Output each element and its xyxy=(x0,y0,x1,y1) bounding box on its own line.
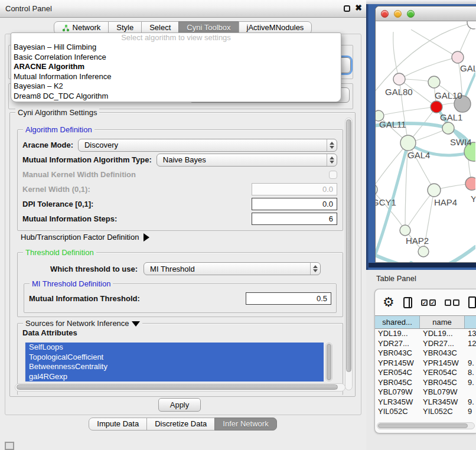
node-hap2[interactable] xyxy=(400,225,410,236)
table-row[interactable]: YER054CYER054C8. xyxy=(375,368,476,378)
mi-threshold-group: MI Threshold Definition Mutual Informati… xyxy=(24,283,337,313)
list-item-selfloops[interactable]: SelfLoops xyxy=(25,343,324,353)
network-graph: GAL GAL80 GAL10 GAL1 GAL11 SWI4 GAL4 GCY… xyxy=(376,21,475,263)
node-gal1-red[interactable] xyxy=(431,101,442,113)
sources-group-title: Sources for Network Inference xyxy=(23,319,142,328)
attributes-list-scrollbar[interactable] xyxy=(325,343,332,381)
settings-horizontal-scrollbar[interactable] xyxy=(15,383,345,392)
control-panel-title: Control Panel xyxy=(5,4,52,13)
cell xyxy=(465,387,476,397)
settings-scrollbar-thumb[interactable] xyxy=(346,119,351,372)
tab-discretize-data[interactable]: Discretize Data xyxy=(146,418,215,431)
tab-jactivemnodules-label: jActiveMNodules xyxy=(247,22,304,34)
settings-horizontal-scrollbar-thumb[interactable] xyxy=(17,384,338,390)
which-threshold-select[interactable]: MI Threshold xyxy=(144,262,321,275)
network-icon xyxy=(62,24,70,32)
control-panel-titlebar: Control Panel ✖ xyxy=(0,0,366,18)
stepper-icon xyxy=(327,154,337,166)
table-row[interactable]: YDL19...YDL19...13 xyxy=(375,329,476,339)
table-horizontal-scrollbar[interactable] xyxy=(377,422,475,429)
minimize-traffic-light-icon[interactable] xyxy=(394,10,402,18)
table-row[interactable]: YBR045CYBR045C9. xyxy=(375,378,476,388)
mi-steps-label: Mutual Information Steps: xyxy=(22,214,117,223)
node-swi4[interactable] xyxy=(442,122,454,134)
tab-discretize-data-label: Discretize Data xyxy=(155,418,207,430)
right-pane: GAL GAL80 GAL10 GAL1 GAL11 SWI4 GAL4 GCY… xyxy=(366,0,476,450)
close-icon[interactable]: ✖ xyxy=(355,3,362,12)
attributes-list-scrollbar-thumb[interactable] xyxy=(327,344,331,380)
aracne-mode-select[interactable]: Discovery xyxy=(78,139,337,152)
dropdown-item-bayesian-hill-climbing[interactable]: Bayesian – Hill Climbing xyxy=(11,43,341,53)
dropdown-item-bayesian-k2[interactable]: Bayesian – K2 xyxy=(11,81,341,92)
table-row[interactable]: YBR043CYBR043C xyxy=(375,348,476,358)
node-unlabeled-top[interactable] xyxy=(467,21,475,29)
node-gal-pink[interactable] xyxy=(452,51,464,63)
network-window-titlebar xyxy=(376,6,476,21)
cell: 12 xyxy=(465,339,476,349)
network-canvas[interactable]: GAL GAL80 GAL10 GAL1 GAL11 SWI4 GAL4 GCY… xyxy=(376,21,475,263)
sources-title-text: Sources for Network Inference xyxy=(25,319,129,328)
node-bottom[interactable] xyxy=(418,246,429,257)
zoom-traffic-light-icon[interactable] xyxy=(407,10,415,18)
split-columns-icon[interactable] xyxy=(403,297,412,308)
apply-button[interactable]: Apply xyxy=(158,398,201,412)
dropdown-item-basic-correlation[interactable]: Basic Correlation Inference xyxy=(11,53,341,63)
stepper-icon xyxy=(327,139,337,151)
collapse-down-icon[interactable] xyxy=(132,321,140,327)
panel-edge xyxy=(366,4,369,270)
tab-impute-data[interactable]: Impute Data xyxy=(89,418,147,431)
close-traffic-light-icon[interactable] xyxy=(381,10,389,18)
table-row[interactable]: YPR145WYPR145W9. xyxy=(375,358,476,369)
table-row[interactable]: YIL052CYIL052C9 xyxy=(375,407,476,417)
node-salmon[interactable] xyxy=(465,177,475,190)
column-header-clipped[interactable] xyxy=(465,316,476,328)
which-threshold-value: MI Threshold xyxy=(144,265,195,273)
cell: YER054C xyxy=(420,368,465,378)
list-item-gal4rgexp[interactable]: gal4RGexp xyxy=(25,372,324,382)
mi-type-select[interactable]: Naive Bayes xyxy=(157,154,337,167)
node-label-gal1: GAL1 xyxy=(440,112,462,122)
cell: YPR145W xyxy=(375,358,420,369)
mi-threshold-input[interactable] xyxy=(246,292,331,305)
dropdown-item-mutual-information[interactable]: Mutual Information Inference xyxy=(11,72,341,82)
data-attributes-list: SelfLoops TopologicalCoefficient Between… xyxy=(25,343,324,381)
list-item-topologicalcoefficient[interactable]: TopologicalCoefficient xyxy=(25,353,324,363)
node-hap4[interactable] xyxy=(428,184,441,197)
hide-columns-icon[interactable] xyxy=(445,299,459,306)
table-row[interactable]: YLR345WYLR345W9. xyxy=(375,397,476,407)
show-columns-icon[interactable]: ✓✓ xyxy=(421,299,436,306)
network-window: GAL GAL80 GAL10 GAL1 GAL11 SWI4 GAL4 GCY… xyxy=(375,6,476,263)
mi-steps-input[interactable] xyxy=(252,213,337,225)
network-view-background: GAL GAL80 GAL10 GAL1 GAL11 SWI4 GAL4 GCY… xyxy=(366,4,476,270)
node-gal80[interactable] xyxy=(393,73,405,85)
cell: YBR043C xyxy=(420,348,465,358)
column-header-shared-name[interactable]: shared... xyxy=(375,316,420,328)
gear-icon[interactable]: ⚙ xyxy=(383,296,395,309)
node-label-y: Y xyxy=(471,194,475,204)
table-toolbar: ⚙ ✓✓ xyxy=(375,289,476,315)
table-row[interactable]: YBL079WYBL079W xyxy=(375,387,476,397)
tab-infer-network[interactable]: Infer Network xyxy=(214,418,276,431)
node-gal4[interactable] xyxy=(400,135,416,151)
cell: 9. xyxy=(465,397,476,407)
unchecked-box-icon xyxy=(453,299,459,306)
cell: YPR145W xyxy=(420,358,465,369)
table-panel: ⚙ ✓✓ shared... name YDL19...YDL19...13 Y… xyxy=(374,289,476,433)
control-panel: Control Panel ✖ Network Style Select Cyn… xyxy=(0,0,366,450)
collapsed-panel-icon[interactable] xyxy=(5,442,14,450)
list-item-betweennesscentrality[interactable]: BetweennessCentrality xyxy=(25,362,324,372)
dropdown-item-dream8[interactable]: Dream8 DC_TDC Algorithm xyxy=(11,92,341,102)
column-header-name[interactable]: name xyxy=(420,316,465,328)
node-gcy1[interactable] xyxy=(376,184,377,195)
table-horizontal-scrollbar-thumb[interactable] xyxy=(378,423,468,428)
hub-definition-expander[interactable]: Hub/Transcription Factor Definition xyxy=(21,233,149,242)
settings-scrollbar[interactable] xyxy=(345,118,353,390)
table-row[interactable]: YDR27...YDR27...12 xyxy=(375,339,476,349)
node-gal10[interactable] xyxy=(428,76,440,88)
cell: 8. xyxy=(465,368,476,378)
document-icon[interactable] xyxy=(468,296,476,308)
node-table: shared... name YDL19...YDL19...13 YDR27.… xyxy=(375,315,476,417)
dpi-tolerance-input[interactable] xyxy=(252,198,337,210)
float-window-icon[interactable] xyxy=(344,5,350,12)
dropdown-item-aracne[interactable]: ARACNE Algorithm xyxy=(11,62,341,72)
